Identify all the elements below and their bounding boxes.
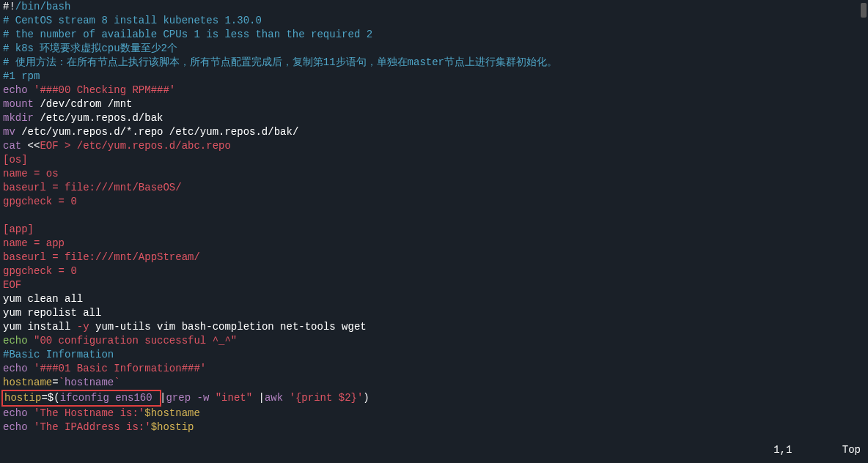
code-token: hostname xyxy=(65,377,114,388)
code-line: #1 rpm xyxy=(3,70,865,84)
code-line: yum repolist all xyxy=(3,306,865,320)
code-line: #!/bin/bash xyxy=(3,0,865,14)
code-line: yum install -y yum-utils vim bash-comple… xyxy=(3,320,865,334)
code-token: yum-utils vim bash-completion net-tools … xyxy=(89,321,367,333)
code-token: echo xyxy=(3,335,34,347)
code-line: gpgcheck = 0 xyxy=(3,195,865,209)
code-line: echo "00 configuration successful ^_^" xyxy=(3,334,865,348)
code-token: baseurl = file:///mnt/BaseOS/ xyxy=(3,182,182,193)
code-token: #! xyxy=(3,1,15,12)
code-token: hostname xyxy=(3,377,52,388)
code-token: EOF xyxy=(40,140,58,152)
code-token: ` xyxy=(59,377,65,388)
code-line: gpgcheck = 0 xyxy=(3,264,865,278)
code-token: EOF xyxy=(3,279,21,291)
code-token: yum repolist all xyxy=(3,307,101,319)
code-token: "inet" xyxy=(216,392,252,404)
code-token: mkdir xyxy=(3,112,40,124)
code-token: cat xyxy=(3,140,28,152)
code-line: mkdir /etc/yum.repos.d/bak xyxy=(3,111,865,125)
code-line: echo 'The IPAddress is:'$hostip xyxy=(3,421,865,434)
code-token: mv xyxy=(3,126,21,138)
code-line xyxy=(3,209,865,223)
code-token: mount xyxy=(3,98,40,110)
code-token: '###00 Checking RPM###' xyxy=(34,84,175,96)
code-line: echo '###01 Basic Information###' xyxy=(3,362,865,376)
code-token: echo xyxy=(3,363,34,374)
code-token: # 使用方法：在所有节点上执行该脚本，所有节点配置完成后，复制第11步语句，单独… xyxy=(3,56,557,68)
code-token: /etc/yum.repos.d/bak xyxy=(40,112,163,124)
code-token: echo xyxy=(3,421,34,433)
code-line: cat <<EOF > /etc/yum.repos.d/abc.repo xyxy=(3,139,865,153)
code-line: echo '###00 Checking RPM###' xyxy=(3,84,865,97)
scroll-position: Top xyxy=(842,443,861,457)
code-token: $hostname xyxy=(144,407,200,419)
code-line: yum clean all xyxy=(3,292,865,306)
code-token: $hostip xyxy=(151,421,194,433)
code-token: grep -w xyxy=(166,392,215,404)
code-token: echo xyxy=(3,407,34,419)
code-token: hostip xyxy=(4,392,41,404)
highlight-box: hostip=$(ifconfig ens160 xyxy=(1,390,161,407)
code-line: echo 'The Hostname is:'$hostname xyxy=(3,407,865,421)
code-token: awk xyxy=(265,392,290,404)
code-token: ifconfig ens160 xyxy=(60,392,158,404)
code-token: =$( xyxy=(41,392,59,404)
code-token: -y xyxy=(77,321,89,333)
code-line: EOF xyxy=(3,278,865,292)
scrollbar-thumb[interactable] xyxy=(861,3,867,18)
code-token: | xyxy=(252,392,265,404)
scrollbar[interactable] xyxy=(859,3,867,463)
code-token: baseurl = file:///mnt/AppStream/ xyxy=(3,251,200,263)
code-token: [os] xyxy=(3,154,28,166)
code-line: mv /etc/yum.repos.d/*.repo /etc/yum.repo… xyxy=(3,125,865,139)
code-token: #1 rpm xyxy=(3,70,40,82)
code-line: name = app xyxy=(3,237,865,251)
code-line: hostname=`hostname` xyxy=(3,376,865,390)
code-token: ` xyxy=(114,377,119,388)
code-token: '###01 Basic Information###' xyxy=(34,363,206,374)
code-line: name = os xyxy=(3,167,865,181)
code-line: [os] xyxy=(3,153,865,167)
code-token: # the number of available CPUs 1 is less… xyxy=(3,29,372,40)
code-token: "00 configuration successful ^_^" xyxy=(34,335,237,347)
code-token: gpgcheck = 0 xyxy=(3,196,77,207)
code-token: << xyxy=(28,140,40,152)
code-token: '{print $2}' xyxy=(290,392,364,404)
code-line: # 使用方法：在所有节点上执行该脚本，所有节点配置完成后，复制第11步语句，单独… xyxy=(3,56,865,70)
code-token: /etc/yum.repos.d/*.repo /etc/yum.repos.d… xyxy=(21,126,298,138)
code-line: [app] xyxy=(3,223,865,237)
code-token: name = app xyxy=(3,237,65,249)
code-line: # k8s 环境要求虚拟cpu数量至少2个 xyxy=(3,42,865,56)
cursor-position: 1,1 xyxy=(773,443,792,457)
code-line: baseurl = file:///mnt/AppStream/ xyxy=(3,251,865,264)
code-line: baseurl = file:///mnt/BaseOS/ xyxy=(3,181,865,195)
code-token: /bin/bash xyxy=(15,1,71,12)
code-token: = xyxy=(52,377,58,388)
code-token: 'The Hostname is:' xyxy=(34,407,144,419)
code-line: # the number of available CPUs 1 is less… xyxy=(3,28,865,42)
code-token: yum clean all xyxy=(3,293,83,305)
code-token: yum install xyxy=(3,321,77,333)
code-token: # k8s 环境要求虚拟cpu数量至少2个 xyxy=(3,42,177,54)
code-token: gpgcheck = 0 xyxy=(3,265,77,277)
code-line: hostip=$(ifconfig ens160 |grep -w "inet"… xyxy=(3,390,865,407)
code-editor[interactable]: #!/bin/bash# CentOS stream 8 install kub… xyxy=(0,0,868,434)
code-token: echo xyxy=(3,84,34,96)
code-token: [app] xyxy=(3,223,34,235)
code-token: 'The IPAddress is:' xyxy=(34,421,151,433)
code-line: #Basic Information xyxy=(3,348,865,362)
code-line: mount /dev/cdrom /mnt xyxy=(3,97,865,111)
code-token: # CentOS stream 8 install kubenetes 1.30… xyxy=(3,15,262,26)
code-token: ) xyxy=(363,392,369,404)
code-token: #Basic Information xyxy=(3,349,114,360)
code-token: /dev/cdrom /mnt xyxy=(40,98,132,110)
status-bar: 1,1 Top xyxy=(773,443,861,457)
code-token: name = os xyxy=(3,168,59,179)
code-token: > /etc/yum.repos.d/abc.repo xyxy=(59,140,231,152)
code-line: # CentOS stream 8 install kubenetes 1.30… xyxy=(3,14,865,28)
